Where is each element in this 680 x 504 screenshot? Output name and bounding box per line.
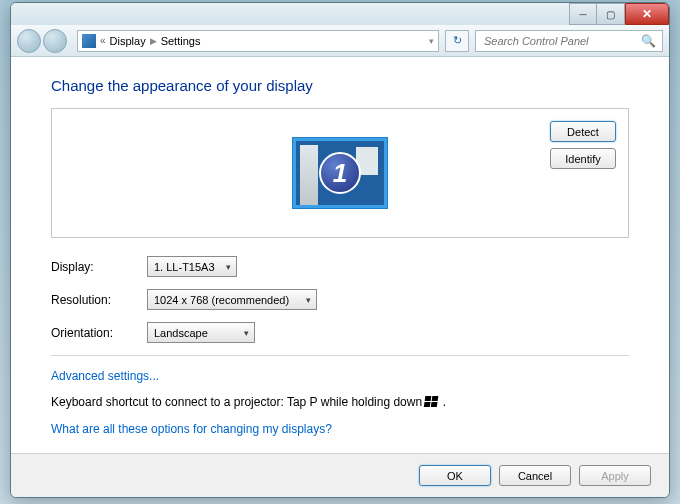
chevron-down-icon[interactable]: ▾: [429, 36, 434, 46]
titlebar: ─ ▢ ✕: [11, 3, 669, 25]
detect-button[interactable]: Detect: [550, 121, 616, 142]
breadcrumb-item[interactable]: Display: [110, 35, 146, 47]
refresh-button[interactable]: ↻: [445, 30, 469, 52]
display-preview-box: Detect Identify 1: [51, 108, 629, 238]
control-panel-window: ─ ▢ ✕ « Display ▶ Settings ▾ ↻ 🔍 Change …: [10, 2, 670, 498]
advanced-settings-link[interactable]: Advanced settings...: [51, 369, 159, 383]
page-title: Change the appearance of your display: [51, 77, 629, 94]
breadcrumb-back-chevron: «: [100, 35, 106, 46]
cancel-button[interactable]: Cancel: [499, 465, 571, 486]
address-bar[interactable]: « Display ▶ Settings ▾: [77, 30, 439, 52]
dialog-footer: OK Cancel Apply: [11, 453, 669, 497]
breadcrumb-item[interactable]: Settings: [161, 35, 201, 47]
projector-shortcut-text: Keyboard shortcut to connect to a projec…: [51, 394, 629, 409]
navbar: « Display ▶ Settings ▾ ↻ 🔍: [11, 25, 669, 57]
search-icon[interactable]: 🔍: [641, 34, 656, 48]
search-box[interactable]: 🔍: [475, 30, 663, 52]
minimize-button[interactable]: ─: [569, 3, 597, 25]
content-area: Change the appearance of your display De…: [11, 57, 669, 453]
identify-button[interactable]: Identify: [550, 148, 616, 169]
monitor-number-badge: 1: [319, 152, 361, 194]
windows-key-icon: [425, 396, 439, 408]
resolution-dropdown[interactable]: 1024 x 768 (recommended): [147, 289, 317, 310]
display-dropdown[interactable]: 1. LL-T15A3: [147, 256, 237, 277]
help-link[interactable]: What are all these options for changing …: [51, 422, 332, 436]
display-label: Display:: [51, 260, 147, 274]
control-panel-icon: [82, 34, 96, 48]
orientation-dropdown[interactable]: Landscape: [147, 322, 255, 343]
apply-button[interactable]: Apply: [579, 465, 651, 486]
maximize-button[interactable]: ▢: [597, 3, 625, 25]
orientation-label: Orientation:: [51, 326, 147, 340]
nav-back-button[interactable]: [17, 29, 41, 53]
nav-forward-button[interactable]: [43, 29, 67, 53]
close-button[interactable]: ✕: [625, 3, 669, 25]
resolution-label: Resolution:: [51, 293, 147, 307]
monitor-thumbnail[interactable]: 1: [293, 138, 387, 208]
chevron-right-icon: ▶: [150, 36, 157, 46]
search-input[interactable]: [482, 34, 641, 48]
divider: [51, 355, 629, 356]
ok-button[interactable]: OK: [419, 465, 491, 486]
